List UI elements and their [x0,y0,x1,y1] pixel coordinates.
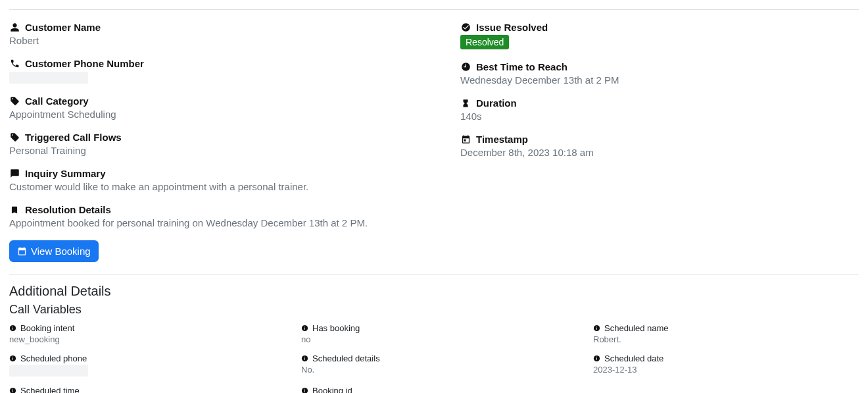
inquiry-summary-label: Inquiry Summary [25,168,106,179]
issue-resolved-label: Issue Resolved [476,22,548,33]
field-label: Triggered Call Flows [9,132,434,143]
field-label: Duration [460,97,868,109]
svg-rect-23 [304,389,305,390]
info-icon [301,387,308,393]
call-variables-grid: Booking intentnew_bookingHas bookingnoSc… [9,323,859,393]
hourglass-icon [460,98,471,109]
info-icon [9,355,16,362]
field-label: Best Time to Reach [460,61,868,72]
tag-icon [9,96,20,107]
issue-resolved-value: Resolved [460,35,868,49]
triggered-flows-field: Triggered Call Flows Personal Training [9,132,434,156]
call-variables-title: Call Variables [9,303,859,317]
customer-name-value: Robert [9,35,434,46]
call-variable-item: Booking intentnew_booking [9,323,275,344]
svg-rect-20 [12,389,13,390]
call-variable-label: Booking id [301,386,567,393]
info-icon [9,387,16,393]
duration-label: Duration [476,97,517,109]
call-variable-value: No. [301,365,567,375]
person-icon [9,22,20,33]
phone-icon [9,59,20,69]
best-time-field: Best Time to Reach Wednesday December 13… [460,61,868,86]
details-columns: Customer Name Robert Customer Phone Numb… [9,22,859,262]
svg-rect-10 [12,358,13,360]
best-time-value: Wednesday December 13th at 2 PM [460,74,868,86]
call-variable-label: Has booking [301,323,567,333]
svg-rect-17 [596,357,597,357]
field-label: Issue Resolved [460,22,868,33]
check-circle-icon [460,22,471,33]
triggered-flows-value: Personal Training [9,145,434,156]
section-divider [9,274,859,275]
left-column: Customer Name Robert Customer Phone Numb… [9,22,434,262]
svg-rect-13 [304,358,305,360]
call-category-label: Call Category [25,95,89,107]
call-variable-label-text: Scheduled name [604,323,669,333]
customer-name-label: Customer Name [25,22,101,33]
inquiry-summary-field: Inquiry Summary Customer would like to m… [9,168,434,192]
redacted-block [9,72,88,84]
call-variable-value [9,365,275,377]
field-label: Timestamp [460,134,868,145]
info-icon [301,325,308,332]
call-variable-value: 2023-12-13 [593,365,859,375]
info-icon [593,355,600,362]
duration-value: 140s [460,111,868,122]
right-column: Issue Resolved Resolved Best Time to Rea… [460,22,868,262]
resolution-details-value: Appointment booked for personal training… [9,217,434,228]
top-divider [9,9,859,10]
svg-rect-22 [304,390,305,392]
info-icon [593,325,600,332]
svg-rect-7 [596,328,597,330]
timestamp-value: December 8th, 2023 10:18 am [460,147,868,158]
call-variable-item: Scheduled detailsNo. [301,354,567,377]
redacted-block [9,365,88,377]
customer-phone-value [9,71,434,84]
call-category-value: Appointment Scheduling [9,109,434,120]
field-label: Resolution Details [9,204,434,215]
call-variable-item: Scheduled time14:00 [9,386,275,393]
call-variable-item: Has bookingno [301,323,567,344]
call-variable-value: new_booking [9,334,275,344]
svg-rect-2 [12,327,13,327]
svg-rect-11 [12,357,13,357]
call-variable-label-text: Scheduled details [312,354,380,363]
customer-phone-field: Customer Phone Number [9,58,434,84]
calendar-icon [17,246,27,256]
call-variable-item: Scheduled date2023-12-13 [593,354,859,377]
call-variable-label-text: Scheduled date [604,354,663,363]
calendar-date-icon [460,134,471,145]
call-variable-label: Scheduled date [593,354,859,363]
call-variable-label-text: Has booking [312,323,360,333]
timestamp-field: Timestamp December 8th, 2023 10:18 am [460,134,868,158]
view-booking-label: View Booking [31,246,91,257]
call-variable-label-text: Scheduled time [20,386,80,393]
clock-icon [460,62,471,72]
svg-rect-5 [304,327,305,327]
svg-rect-1 [12,328,13,330]
call-variable-item: Scheduled nameRobert. [593,323,859,344]
call-variable-label-text: Scheduled phone [20,354,87,363]
svg-rect-8 [596,327,597,327]
info-icon [301,355,308,362]
best-time-label: Best Time to Reach [476,61,567,72]
call-variable-label: Booking intent [9,323,275,333]
call-category-field: Call Category Appointment Scheduling [9,95,434,120]
svg-rect-16 [596,358,597,360]
field-label: Inquiry Summary [9,168,434,179]
call-variable-value: Robert. [593,334,859,344]
triggered-flows-label: Triggered Call Flows [25,132,122,143]
svg-rect-4 [304,328,305,330]
svg-rect-14 [304,357,305,357]
field-label: Customer Name [9,22,434,33]
customer-name-field: Customer Name Robert [9,22,434,46]
svg-rect-19 [12,390,13,392]
call-variable-label: Scheduled name [593,323,859,333]
call-variable-value: no [301,334,567,344]
timestamp-label: Timestamp [476,134,528,145]
field-label: Call Category [9,95,434,107]
view-booking-button[interactable]: View Booking [9,240,99,262]
call-variable-label: Scheduled phone [9,354,275,363]
call-variable-label: Scheduled time [9,386,275,393]
